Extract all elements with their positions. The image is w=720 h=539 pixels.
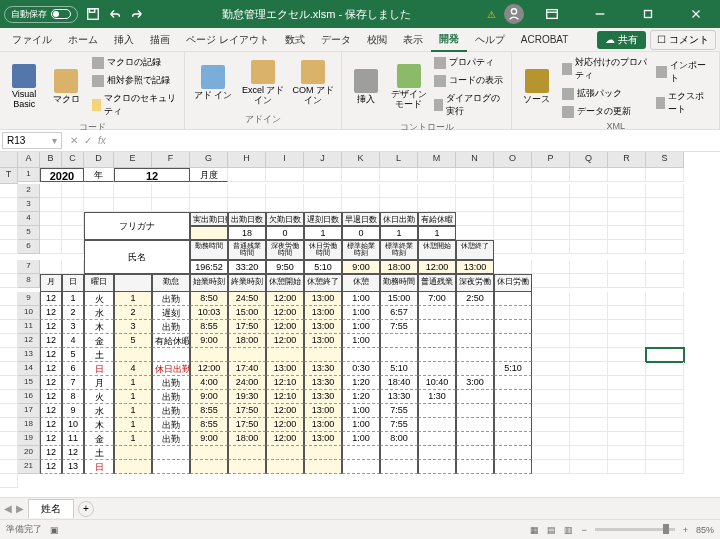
- row-header[interactable]: 15: [18, 376, 40, 390]
- cell[interactable]: [646, 212, 684, 226]
- cell[interactable]: [0, 212, 18, 226]
- table-cell[interactable]: 3: [114, 320, 152, 334]
- table-cell[interactable]: [418, 418, 456, 432]
- cell[interactable]: [0, 184, 18, 198]
- cell[interactable]: [190, 184, 228, 198]
- table-cell[interactable]: [494, 376, 532, 390]
- summary-value[interactable]: 196:52: [190, 260, 228, 274]
- tab-formula[interactable]: 数式: [277, 28, 313, 52]
- table-cell[interactable]: 7:55: [380, 418, 418, 432]
- table-cell[interactable]: 木: [84, 418, 114, 432]
- cell[interactable]: [608, 306, 646, 320]
- cell[interactable]: [570, 240, 608, 254]
- cell[interactable]: [190, 198, 228, 212]
- table-cell[interactable]: 13:00: [304, 292, 342, 306]
- table-cell[interactable]: 13:00: [304, 404, 342, 418]
- cell[interactable]: [494, 212, 532, 226]
- cell[interactable]: [570, 292, 608, 306]
- row-header[interactable]: 5: [18, 226, 40, 240]
- table-cell[interactable]: [456, 348, 494, 362]
- zoom-level[interactable]: 85%: [696, 525, 714, 535]
- cell[interactable]: [494, 168, 532, 182]
- cell[interactable]: [570, 168, 608, 182]
- table-cell[interactable]: 12: [40, 460, 62, 474]
- cell[interactable]: [418, 184, 456, 198]
- table-cell[interactable]: [494, 418, 532, 432]
- table-cell[interactable]: 1: [114, 376, 152, 390]
- zoom-slider[interactable]: [595, 528, 675, 531]
- sheet-nav-prev[interactable]: ◀: [4, 503, 12, 514]
- table-cell[interactable]: 12: [40, 376, 62, 390]
- table-cell[interactable]: 3: [62, 320, 84, 334]
- table-cell[interactable]: [380, 460, 418, 474]
- table-cell[interactable]: 12: [40, 432, 62, 446]
- run-dialog-button[interactable]: ダイアログの実行: [431, 90, 508, 120]
- col-header[interactable]: R: [608, 152, 646, 168]
- macro-button[interactable]: マクロ: [46, 67, 86, 107]
- cell[interactable]: [456, 168, 494, 182]
- tab-file[interactable]: ファイル: [4, 28, 60, 52]
- cell[interactable]: [646, 334, 684, 348]
- fx-icon[interactable]: fx: [96, 135, 108, 146]
- table-cell[interactable]: 出勤: [152, 292, 190, 306]
- cell[interactable]: [0, 348, 18, 362]
- table-cell[interactable]: 12:00: [266, 306, 304, 320]
- xml-source-button[interactable]: ソース: [516, 67, 556, 107]
- cell[interactable]: [532, 446, 570, 460]
- cell[interactable]: [228, 198, 266, 212]
- table-cell[interactable]: 7:55: [380, 404, 418, 418]
- cell[interactable]: [608, 226, 646, 240]
- table-cell[interactable]: [228, 348, 266, 362]
- table-cell[interactable]: 1: [114, 418, 152, 432]
- table-cell[interactable]: [228, 460, 266, 474]
- cell[interactable]: [608, 446, 646, 460]
- cell[interactable]: [646, 168, 684, 182]
- cell[interactable]: [570, 226, 608, 240]
- col-header[interactable]: E: [114, 152, 152, 168]
- cell[interactable]: [570, 274, 608, 288]
- table-cell[interactable]: 13:00: [304, 306, 342, 320]
- cell[interactable]: [0, 446, 18, 460]
- cell[interactable]: [0, 432, 18, 446]
- cell[interactable]: [342, 168, 380, 182]
- table-cell[interactable]: [114, 446, 152, 460]
- table-cell[interactable]: [494, 348, 532, 362]
- cell[interactable]: [570, 432, 608, 446]
- table-cell[interactable]: [456, 334, 494, 348]
- table-cell[interactable]: [418, 334, 456, 348]
- cell[interactable]: [570, 390, 608, 404]
- table-cell[interactable]: [190, 460, 228, 474]
- table-cell[interactable]: 火: [84, 292, 114, 306]
- cell[interactable]: [608, 348, 646, 362]
- cell[interactable]: [0, 334, 18, 348]
- cell[interactable]: [456, 212, 494, 226]
- cell[interactable]: [608, 260, 646, 274]
- cell[interactable]: [494, 184, 532, 198]
- table-cell[interactable]: [190, 348, 228, 362]
- row-header[interactable]: 19: [18, 432, 40, 446]
- zoom-in-icon[interactable]: +: [683, 525, 688, 535]
- table-cell[interactable]: 24:50: [228, 292, 266, 306]
- table-cell[interactable]: [456, 460, 494, 474]
- cell[interactable]: [532, 184, 570, 198]
- row-header[interactable]: 2: [18, 184, 40, 198]
- table-cell[interactable]: 日: [84, 460, 114, 474]
- cell[interactable]: [570, 418, 608, 432]
- table-cell[interactable]: 12:00: [266, 320, 304, 334]
- cell[interactable]: [532, 334, 570, 348]
- table-cell[interactable]: 18:40: [380, 376, 418, 390]
- name-box[interactable]: R13▾: [2, 132, 62, 149]
- cell[interactable]: [646, 418, 684, 432]
- view-code-button[interactable]: コードの表示: [431, 72, 508, 89]
- table-cell[interactable]: [494, 390, 532, 404]
- xml-extension-button[interactable]: 拡張パック: [559, 85, 651, 102]
- table-cell[interactable]: 12: [40, 334, 62, 348]
- cell[interactable]: [532, 348, 570, 362]
- cell[interactable]: [532, 390, 570, 404]
- table-cell[interactable]: [380, 348, 418, 362]
- table-cell[interactable]: [494, 404, 532, 418]
- col-header[interactable]: M: [418, 152, 456, 168]
- table-cell[interactable]: 13:30: [304, 390, 342, 404]
- table-cell[interactable]: 1:30: [418, 390, 456, 404]
- cell[interactable]: [114, 184, 152, 198]
